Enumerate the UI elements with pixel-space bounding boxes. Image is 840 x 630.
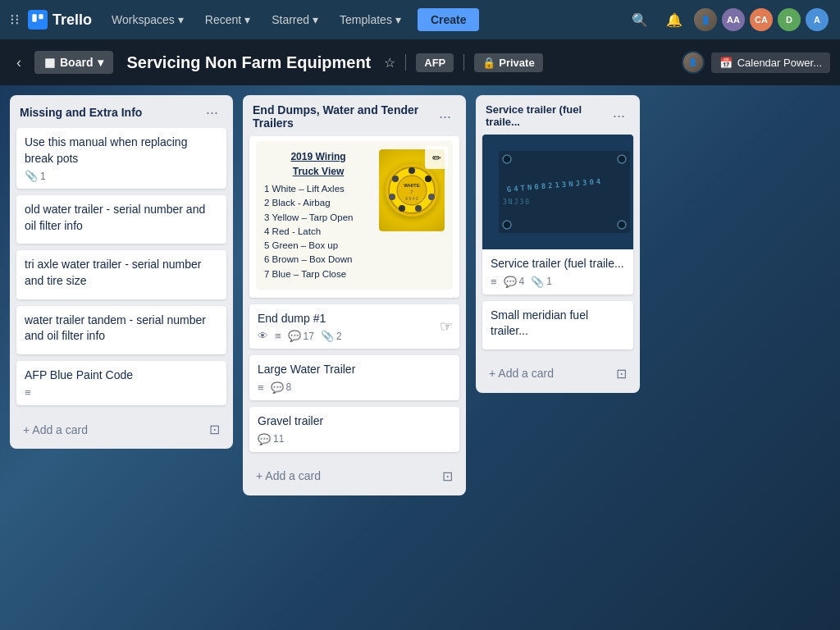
badge-desc-enddump: ≡ (275, 330, 281, 342)
search-button[interactable]: 🔍 (623, 7, 656, 33)
avatar-a[interactable]: A (804, 7, 830, 33)
small-meridian-title: Small meridian fuel trailer... (491, 308, 625, 340)
card-gravel-badges: 💬 11 (258, 433, 451, 445)
badge-comments-service: 💬 4 (504, 276, 525, 288)
list1-add-card-button[interactable]: + Add a card ⊡ (16, 417, 226, 442)
badge-comments-large: 💬 8 (271, 381, 292, 394)
list3-footer: + Add a card ⊡ (476, 356, 640, 393)
card-water-tandem[interactable]: water trailer tandem - serial number and… (16, 306, 226, 354)
wiring-line-4: 4 Red - Latch (264, 225, 372, 239)
board-back-arrow[interactable]: ‹ (10, 51, 28, 75)
card-break-pots-title: Use this manual when replacing break pot… (25, 135, 218, 167)
card-end-dump-title: End dump #1 (258, 311, 451, 327)
cursor-hand-icon: ☞ (440, 317, 453, 336)
badge-count: 1 (40, 171, 46, 182)
list2-cards: 2019 Wiring Truck View 1 White – Lift Ax… (243, 136, 466, 459)
starred-button[interactable]: Starred ▾ (263, 8, 326, 31)
wiring-card-edit-button[interactable]: ✏ (425, 146, 448, 169)
comment-icon4: 💬 (504, 276, 517, 288)
avatar-ca[interactable]: CA (748, 7, 774, 33)
wiring-title: 2019 Wiring Truck View (264, 149, 372, 179)
comment-icon: 💬 (288, 330, 301, 342)
list1-menu-button[interactable]: ··· (201, 103, 223, 121)
card-large-water-trailer[interactable]: Large Water Trailer ≡ 💬 8 (249, 355, 459, 400)
svg-text:7: 7 (411, 189, 413, 194)
avatar-group: 🔍 🔔 👤 AA CA D A (623, 7, 830, 33)
card-small-meridian[interactable]: Small meridian fuel trailer... (482, 301, 633, 349)
svg-point-10 (392, 176, 399, 182)
attach-icon2: 📎 (531, 276, 544, 288)
card-afp-paint[interactable]: AFP Blue Paint Code ≡ (16, 361, 226, 406)
list2-template-icon: ⊡ (442, 468, 453, 484)
comment-count: 17 (304, 331, 314, 342)
recent-button[interactable]: Recent ▾ (197, 8, 258, 31)
lock-icon: 🔒 (482, 57, 495, 69)
badge-eye: 👁 (258, 330, 268, 342)
card-wiring-truck[interactable]: 2019 Wiring Truck View 1 White – Lift Ax… (249, 136, 459, 298)
svg-point-5 (425, 176, 431, 182)
grid-icon[interactable]: ⁝⁝ (10, 11, 20, 29)
badge-desc-large: ≡ (258, 381, 264, 394)
avatar-d[interactable]: D (776, 7, 802, 33)
avatar-current-user[interactable]: 👤 (692, 7, 719, 33)
service-card-body: Service trailer (fuel traile... ≡ 💬 4 📎 … (482, 249, 633, 294)
calendar-icon: 📅 (719, 57, 733, 69)
card-end-dump-badges: 👁 ≡ 💬 17 📎 2 (258, 330, 451, 342)
badge-comments-gravel: 💬 11 (258, 433, 284, 445)
list2-title: End Dumps, Water and Tender Trailers (253, 103, 434, 130)
svg-text:6 5 4 3: 6 5 4 3 (405, 196, 418, 201)
card-old-water-trailer[interactable]: old water trailer - serial number and oi… (16, 195, 226, 244)
notifications-button[interactable]: 🔔 (658, 7, 691, 33)
card-service-trailer-fuel[interactable]: G4TN08213NJ304 3NJ30 Service trailer (fu… (482, 135, 633, 294)
board-view-button[interactable]: ▦ Board ▾ (34, 51, 113, 74)
comment-icon2: 💬 (271, 381, 284, 394)
list3-template-icon: ⊡ (616, 366, 627, 381)
card-break-pots-badges: 📎 1 (25, 170, 218, 182)
svg-point-7 (415, 205, 422, 212)
list2-menu-button[interactable]: ··· (434, 107, 456, 126)
list3-add-card-button[interactable]: + Add a card ⊡ (482, 361, 633, 386)
svg-point-19 (618, 155, 626, 163)
board-avatar-photo[interactable]: 👤 (682, 51, 705, 74)
board-avatar-group: 👤 (682, 51, 705, 74)
list2-add-card-button[interactable]: + Add a card ⊡ (249, 463, 459, 489)
svg-point-9 (389, 194, 395, 200)
card-tri-axle-trailer[interactable]: tri axle water trailer - serial number a… (16, 250, 226, 299)
desc-icon3: ≡ (491, 276, 497, 288)
list3-menu-button[interactable]: ··· (608, 107, 630, 125)
calendar-power-button[interactable]: 📅 Calendar Power... (711, 52, 830, 73)
board-header: ‹ ▦ Board ▾ Servicing Non Farm Equipment… (0, 39, 840, 85)
card-afp-paint-title: AFP Blue Paint Code (25, 368, 218, 384)
board-star-button[interactable]: ☆ (384, 55, 395, 71)
list1-footer: + Add a card ⊡ (10, 412, 233, 449)
attach-count: 2 (336, 331, 342, 342)
card-end-dump-1[interactable]: End dump #1 👁 ≡ 💬 17 📎 2 (249, 304, 459, 349)
avatar-aa[interactable]: AA (720, 7, 746, 33)
badge-description: ≡ (25, 386, 31, 399)
svg-point-21 (618, 221, 626, 229)
card-gravel-trailer[interactable]: Gravel trailer 💬 11 (249, 407, 459, 452)
list1-template-icon: ⊡ (209, 422, 220, 437)
card-afp-badges: ≡ (25, 386, 218, 399)
comment-count4: 4 (519, 276, 525, 287)
private-tag[interactable]: 🔒 Private (474, 53, 542, 72)
workspaces-button[interactable]: Workspaces ▾ (103, 8, 192, 31)
top-navigation: ⁝⁝ Trello Workspaces ▾ Recent ▾ Starred … (0, 0, 840, 39)
wiring-line-7: 7 Blue – Tarp Close (264, 267, 372, 281)
description-icon: ≡ (25, 386, 31, 399)
card-break-pots[interactable]: Use this manual when replacing break pot… (16, 128, 226, 189)
desc-icon: ≡ (275, 330, 281, 342)
svg-point-4 (409, 167, 415, 174)
trello-logo[interactable]: Trello (28, 10, 92, 30)
list3-header: Service trailer (fuel traile... ··· (476, 95, 640, 135)
attachment-icon: 📎 (25, 170, 38, 182)
badge-attach-enddump: 📎 2 (321, 330, 342, 342)
card-large-water-title: Large Water Trailer (258, 362, 451, 378)
create-button[interactable]: Create (418, 8, 480, 31)
service-card-badges: ≡ 💬 4 📎 1 (491, 276, 625, 288)
templates-button[interactable]: Templates ▾ (331, 8, 409, 31)
comment-icon3: 💬 (258, 433, 271, 445)
comment-count2: 8 (286, 381, 292, 393)
afp-tag[interactable]: AFP (416, 53, 454, 72)
header-divider2 (463, 54, 464, 71)
